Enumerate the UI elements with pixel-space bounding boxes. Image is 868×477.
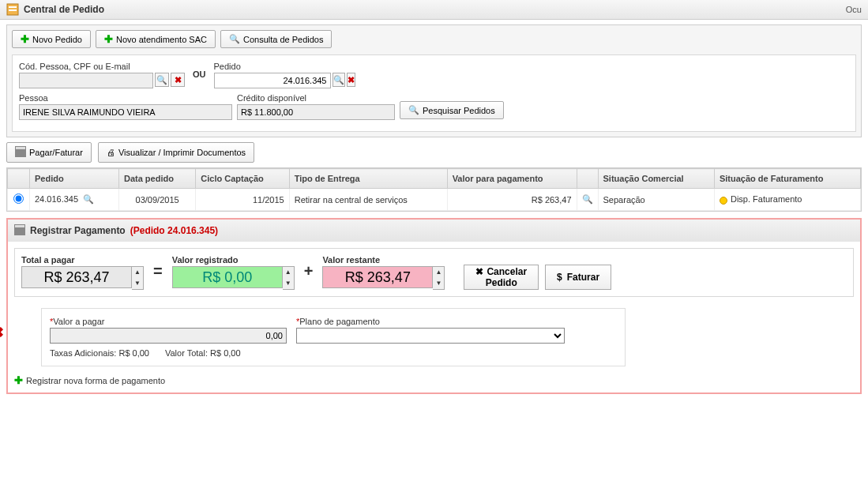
spin-down[interactable]: ▼ xyxy=(283,278,294,289)
col-pedido[interactable]: Pedido xyxy=(30,169,119,189)
col-comercial[interactable]: Situação Comercial xyxy=(598,169,714,189)
new-sac-button[interactable]: ✚Novo atendimento SAC xyxy=(96,30,216,48)
dollar-icon: $ xyxy=(557,272,562,283)
valor-pagar-input[interactable] xyxy=(50,328,287,344)
col-ciclo[interactable]: Ciclo Captação xyxy=(196,169,289,189)
add-payment-method-button[interactable]: ✚ Registrar nova forma de pagamento xyxy=(14,374,854,386)
consult-orders-label: Consulta de Pedidos xyxy=(243,35,324,44)
person-label: Pessoa xyxy=(19,93,232,103)
person-code-input[interactable] xyxy=(19,73,153,88)
order-input[interactable] xyxy=(214,73,331,88)
plano-select[interactable] xyxy=(296,328,565,344)
row-detail-icon[interactable]: 🔍 xyxy=(83,194,94,204)
spin-up[interactable]: ▲ xyxy=(433,267,444,278)
pay-invoice-button[interactable]: Pagar/Faturar xyxy=(6,142,92,163)
credit-label: Crédito disponível xyxy=(237,93,395,103)
col-tipo[interactable]: Tipo de Entrega xyxy=(289,169,447,189)
spin-up[interactable]: ▲ xyxy=(132,267,143,278)
svg-rect-1 xyxy=(9,6,17,8)
person-input[interactable] xyxy=(19,104,232,120)
cell-comercial: Separação xyxy=(598,189,714,211)
add-payment-label: Registrar nova forma de pagamento xyxy=(26,376,165,385)
row-select-radio[interactable] xyxy=(13,193,24,204)
cell-faturamento: Disp. Faturamento xyxy=(731,194,802,204)
search-icon: 🔍 xyxy=(229,34,240,44)
new-order-label: Novo Pedido xyxy=(32,35,82,44)
credit-input xyxy=(237,104,395,120)
valor-pagar-label: Valor a pagar xyxy=(50,317,287,326)
plus-icon: ✚ xyxy=(21,34,29,44)
spin-down[interactable]: ▼ xyxy=(132,278,143,289)
cancel-icon: ✖ xyxy=(475,266,483,277)
svg-rect-2 xyxy=(9,9,17,11)
plus-icon: ✚ xyxy=(104,34,113,44)
search-icon: 🔍 xyxy=(408,105,419,115)
payment-subtitle: (Pedido 24.016.345) xyxy=(130,225,218,236)
equals-sign: = xyxy=(150,262,166,284)
total-input[interactable] xyxy=(21,266,132,288)
remove-payment-line-button[interactable]: ✖ xyxy=(0,324,4,341)
window-title: Central de Pedido xyxy=(24,4,104,15)
ou-label: OU xyxy=(190,69,209,81)
cell-valor: R$ 263,47 xyxy=(447,189,577,211)
print-docs-label: Visualizar / Imprimir Documentos xyxy=(118,148,246,157)
total-label: Total a pagar xyxy=(21,255,144,265)
cell-data: 03/09/2015 xyxy=(118,189,195,211)
print-docs-button[interactable]: 🖨 Visualizar / Imprimir Documentos xyxy=(98,142,254,163)
search-orders-label: Pesquisar Pedidos xyxy=(423,106,495,115)
valor-total-label: Valor Total: R$ 0,00 xyxy=(165,348,241,358)
plano-label: Plano de pagamento xyxy=(296,317,565,326)
cancel-label-2: Pedido xyxy=(486,277,517,288)
printer-icon: 🖨 xyxy=(107,148,115,157)
col-valor-pag[interactable]: Valor para pagamento xyxy=(447,169,577,189)
calculator-icon xyxy=(15,146,26,159)
col-data[interactable]: Data pedido xyxy=(118,169,195,189)
remaining-label: Valor restante xyxy=(322,255,445,265)
new-sac-label: Novo atendimento SAC xyxy=(116,35,207,44)
invoice-label: Faturar xyxy=(567,272,599,283)
spin-up[interactable]: ▲ xyxy=(283,267,294,278)
table-row[interactable]: 24.016.345 🔍 03/09/2015 11/2015 Retirar … xyxy=(8,189,861,211)
order-search-icon-button[interactable]: 🔍 xyxy=(333,73,345,87)
calculator-icon xyxy=(14,224,25,237)
spin-down[interactable]: ▼ xyxy=(433,278,444,289)
cell-pedido: 24.016.345 xyxy=(35,194,78,204)
window-icon xyxy=(6,3,19,16)
row-valor-icon[interactable]: 🔍 xyxy=(582,194,593,204)
invoice-button[interactable]: $ Faturar xyxy=(545,265,611,290)
cancel-label-1: Cancelar xyxy=(487,266,527,277)
taxas-label: Taxas Adicionais: R$ 0,00 xyxy=(50,348,149,358)
new-order-button[interactable]: ✚Novo Pedido xyxy=(12,30,91,48)
registered-label: Valor registrado xyxy=(172,255,295,265)
cancel-order-button[interactable]: ✖Cancelar Pedido xyxy=(464,265,539,290)
window-header-right: Ocu xyxy=(846,5,862,14)
remaining-input[interactable] xyxy=(322,266,433,288)
col-faturamento[interactable]: Situação de Faturamento xyxy=(714,169,860,189)
registered-input[interactable] xyxy=(172,266,283,288)
payment-title: Registrar Pagamento xyxy=(30,225,126,236)
cell-tipo: Retirar na central de serviços xyxy=(289,189,447,211)
person-clear-icon-button[interactable]: ✖ xyxy=(171,73,185,87)
status-dot-icon xyxy=(720,197,727,205)
plus-icon: ✚ xyxy=(14,374,23,386)
order-label: Pedido xyxy=(214,62,340,71)
consult-orders-button[interactable]: 🔍Consulta de Pedidos xyxy=(220,30,333,48)
pay-invoice-label: Pagar/Faturar xyxy=(29,148,83,157)
order-clear-icon-button[interactable]: ✖ xyxy=(347,73,355,87)
cell-ciclo: 11/2015 xyxy=(196,189,289,211)
person-search-icon-button[interactable]: 🔍 xyxy=(155,73,169,87)
person-code-label: Cód. Pessoa, CPF ou E-mail xyxy=(19,62,185,71)
search-orders-button[interactable]: 🔍 Pesquisar Pedidos xyxy=(400,101,504,119)
plus-sign: + xyxy=(301,262,317,284)
